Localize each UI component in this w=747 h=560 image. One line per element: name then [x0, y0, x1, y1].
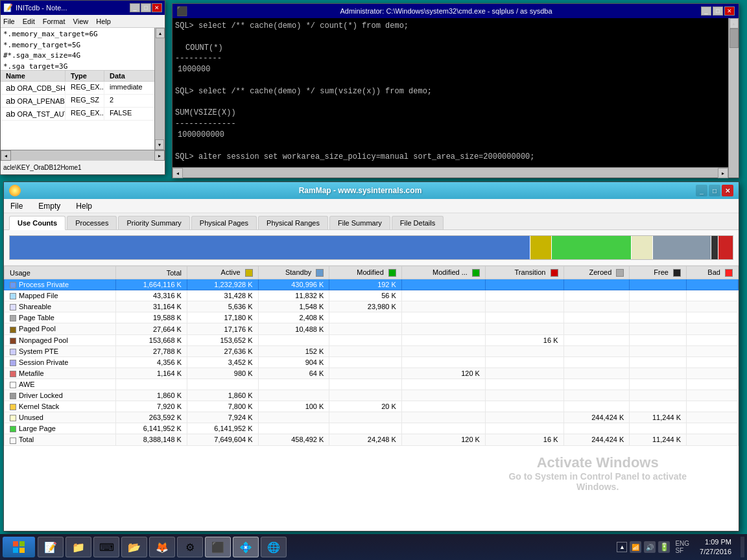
cell-modified: 23,980 K [329, 301, 402, 312]
table-row[interactable]: Shareable31,164 K5,636 K1,548 K23,980 K [5, 301, 739, 312]
rammap-menubar: File Empty Help [4, 199, 739, 213]
notepad-text-area[interactable]: *.memory_max_target=6G *.memory_target=5… [1, 28, 165, 70]
scroll-left-icon[interactable]: ◂ [172, 168, 183, 178]
rammap-menu-empty[interactable]: Empty [36, 202, 63, 211]
col-header-total: Total [116, 266, 187, 279]
notepad-minimize-button[interactable]: _ [130, 3, 140, 12]
scroll-up-icon[interactable]: ▴ [156, 28, 165, 38]
cmd-minimize-button[interactable]: _ [701, 6, 711, 16]
table-row[interactable]: System PTE27,788 K27,636 K152 K [5, 345, 739, 356]
taskbar-item-notepad[interactable]: 📝 [38, 537, 64, 557]
cell-free [630, 356, 687, 368]
table-row[interactable]: Driver Locked1,860 K1,860 K [5, 390, 739, 401]
tab-priority-summary[interactable]: Priority Summary [118, 216, 189, 229]
cell-modified2 [401, 290, 485, 301]
scroll-left-icon[interactable]: ◂ [1, 150, 11, 161]
notepad-line-4: *.sga_target=3G [3, 62, 162, 71]
cmd-line: SQL> select /** cache(demo) */ sum(vsize… [175, 86, 736, 97]
table-row[interactable]: Metafile1,164 K980 K64 K120 K [5, 368, 739, 379]
notepad-icon: 📝 [3, 3, 13, 12]
scroll-thumb[interactable] [729, 29, 739, 48]
listview-col-name[interactable]: Name [1, 71, 65, 81]
table-row[interactable]: Mapped File43,316 K31,428 K11,832 K56 K [5, 290, 739, 301]
tab-file-summary[interactable]: File Summary [329, 216, 390, 229]
notepad-menu-edit[interactable]: Edit [23, 18, 35, 25]
usage-color-swatch [10, 438, 16, 444]
cell-total [116, 379, 187, 390]
start-button[interactable] [3, 537, 35, 557]
tab-physical-pages[interactable]: Physical Pages [191, 216, 257, 229]
tray-network-icon[interactable]: 📶 [630, 541, 641, 553]
table-row[interactable]: Total8,388,148 K7,649,604 K458,492 K24,2… [5, 434, 739, 445]
scroll-up-icon[interactable]: ▴ [729, 18, 739, 29]
tab-physical-ranges[interactable]: Physical Ranges [258, 216, 328, 229]
notepad-vscroll[interactable]: ▴ ▾ [154, 28, 165, 150]
table-row[interactable]: Session Private4,356 K3,452 K904 K [5, 356, 739, 368]
cmd-close-button[interactable]: ✕ [724, 6, 735, 16]
taskbar-item-filemanager[interactable]: 📂 [121, 537, 147, 557]
notepad-menu-view[interactable]: View [73, 18, 89, 25]
cell-usage: Nonpaged Pool [5, 334, 116, 345]
list-item[interactable]: abORA_CDB_SHUT... REG_EX... immediate [1, 82, 165, 95]
rammap-minimize-button[interactable]: _ [696, 185, 707, 196]
notepad-hscroll[interactable]: ◂ ▸ [1, 150, 165, 160]
taskbar-item-cmd[interactable]: ⬛ [205, 537, 231, 557]
tab-processes[interactable]: Processes [67, 216, 117, 229]
rammap-menu-help[interactable]: Help [73, 202, 95, 211]
tray-expand-button[interactable]: ▲ [617, 542, 627, 552]
tab-file-details[interactable]: File Details [392, 216, 444, 229]
cmd-maximize-button[interactable]: □ [713, 6, 723, 16]
notepad-maximize-button[interactable]: □ [141, 3, 151, 12]
table-row[interactable]: Kernel Stack7,920 K7,800 K100 K20 K [5, 401, 739, 412]
table-row[interactable]: Large Page6,141,952 K6,141,952 K [5, 423, 739, 434]
table-row[interactable]: Paged Pool27,664 K17,176 K10,488 K [5, 323, 739, 334]
table-row[interactable]: Unused263,592 K7,924 K244,424 K11,244 K [5, 412, 739, 423]
table-row[interactable]: AWE [5, 379, 739, 390]
cell-active: 980 K [187, 368, 258, 379]
tray-volume-icon[interactable]: 🔊 [644, 541, 656, 553]
notepad-close-button[interactable]: ✕ [152, 3, 162, 12]
cell-modified2 [401, 412, 485, 423]
rammap-restore-button[interactable]: □ [709, 185, 720, 196]
cmd-hscroll[interactable]: ◂ ▸ [172, 167, 728, 178]
notepad-menu-format[interactable]: Format [43, 18, 65, 25]
svg-rect-0 [13, 541, 18, 546]
show-desktop-button[interactable] [741, 537, 744, 557]
list-item[interactable]: abORA_LPENABLE REG_SZ 2 [1, 95, 165, 108]
tray-battery-icon[interactable]: 🔋 [658, 541, 670, 553]
scroll-down-icon[interactable]: ▾ [155, 139, 164, 150]
taskbar-item-network[interactable]: 🌐 [261, 537, 287, 557]
list-item[interactable]: abORA_TST_AUTO... REG_EX... FALSE [1, 108, 165, 121]
listview-col-type[interactable]: Type [65, 71, 104, 81]
table-row[interactable]: Process Private1,664,116 K1,232,928 K430… [5, 279, 739, 290]
scroll-right-icon[interactable]: ▸ [154, 150, 165, 161]
notepad-menu-help[interactable]: Help [96, 18, 111, 25]
taskbar-time[interactable]: 1:09 PM 7/27/2016 [694, 537, 737, 557]
cell-modified [329, 379, 402, 390]
explorer-taskbar-icon: 📁 [72, 541, 85, 554]
rammap-close-button[interactable]: ✕ [722, 185, 733, 196]
reg-item-icon: ab [6, 96, 15, 106]
cmd-body[interactable]: SQL> select /** cache(demo) */ count(*) … [172, 18, 739, 178]
table-row[interactable]: Page Table19,588 K17,180 K2,408 K [5, 312, 739, 323]
rammap-menu-file[interactable]: File [8, 202, 25, 211]
cell-modified [329, 345, 402, 356]
cell-standby: 904 K [258, 356, 329, 368]
taskbar-item-settings[interactable]: ⚙ [177, 537, 203, 557]
table-row[interactable]: Nonpaged Pool153,668 K153,652 K16 K [5, 334, 739, 345]
cell-active: 3,452 K [187, 356, 258, 368]
listview-col-data[interactable]: Data [104, 71, 156, 81]
scroll-right-icon[interactable]: ▸ [718, 168, 728, 178]
cmd-title: Administrator: C:\Windows\system32\cmd.e… [191, 7, 701, 15]
taskbar-item-rammap[interactable]: 💠 [233, 537, 259, 557]
cmd-line [175, 75, 736, 86]
taskbar-item-firefox[interactable]: 🦊 [149, 537, 175, 557]
taskbar-item-terminal[interactable]: ⌨ [93, 537, 119, 557]
taskbar-item-explorer[interactable]: 📁 [65, 537, 91, 557]
cmd-vscroll[interactable]: ▴ [728, 18, 739, 178]
rammap-table-container[interactable]: Usage Total Active Standby Modified [4, 266, 739, 524]
cell-modified: 20 K [329, 401, 402, 412]
notepad-menu-file[interactable]: File [3, 18, 15, 25]
tab-use-counts[interactable]: Use Counts [9, 216, 65, 230]
cell-active: 7,800 K [187, 401, 258, 412]
